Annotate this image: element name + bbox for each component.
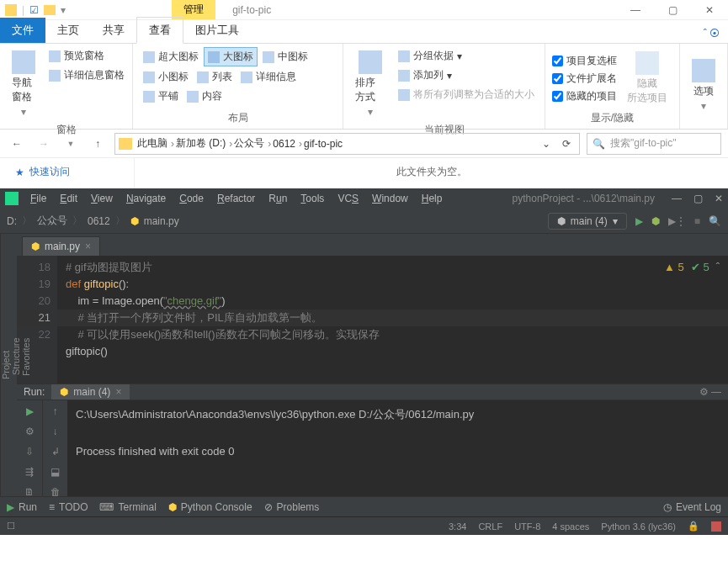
crumb-3[interactable]: 0612 bbox=[273, 138, 295, 150]
nav-tree[interactable]: ★快速访问 bbox=[0, 158, 135, 188]
tab-home[interactable]: 主页 bbox=[45, 18, 91, 43]
tool-strip-left[interactable]: Project Structure Favorites bbox=[0, 234, 17, 496]
qat-check-icon[interactable]: ☑ bbox=[29, 4, 39, 16]
qat-icon[interactable] bbox=[5, 4, 17, 16]
menu-run[interactable]: Run bbox=[263, 191, 292, 206]
bottom-todo[interactable]: ≡TODO bbox=[49, 501, 88, 513]
status-icon[interactable]: ☐ bbox=[7, 521, 15, 532]
tab-view[interactable]: 查看 bbox=[136, 17, 183, 44]
code-editor[interactable]: 181920 2122 ▲ 5 ✔ 5 ˆ # gif动图提取图片 def gi… bbox=[17, 256, 728, 384]
view-content-button[interactable]: 内容 bbox=[183, 87, 226, 105]
close-tab-icon[interactable]: × bbox=[85, 241, 91, 252]
hide-selected-button[interactable]: 隐藏 所选项目 bbox=[622, 47, 672, 109]
folder-view[interactable]: 此文件夹为空。 bbox=[135, 158, 728, 188]
chevron-icon[interactable]: ˆ bbox=[716, 259, 720, 276]
status-enc[interactable]: UTF-8 bbox=[514, 521, 540, 532]
preview-pane-button[interactable]: 预览窗格 bbox=[45, 47, 128, 65]
path-dropdown-icon[interactable]: ⌄ bbox=[537, 138, 555, 150]
status-eol[interactable]: CRLF bbox=[478, 521, 502, 532]
qat-dropdown-icon[interactable]: ▾ bbox=[61, 4, 66, 16]
menu-code[interactable]: Code bbox=[174, 191, 209, 206]
view-sm-button[interactable]: 小图标 bbox=[140, 68, 192, 86]
ide-crumb-file[interactable]: main.py bbox=[144, 215, 179, 227]
group-by-button[interactable]: 分组依据 ▾ bbox=[395, 47, 538, 65]
ide-crumb-b[interactable]: 0612 bbox=[88, 215, 110, 227]
console-output[interactable]: C:\Users\Administrator\Anaconda3\envs\ly… bbox=[67, 400, 728, 503]
menu-window[interactable]: Window bbox=[367, 191, 413, 206]
chk-hidden-items[interactable]: 隐藏的项目 bbox=[552, 89, 617, 103]
scroll-icon[interactable]: ⬓ bbox=[50, 466, 60, 478]
bottom-run[interactable]: ▶Run bbox=[7, 501, 37, 513]
stop-button[interactable]: ■ bbox=[694, 215, 700, 227]
search-everywhere-button[interactable]: 🔍 bbox=[709, 215, 721, 227]
close-run-tab-icon[interactable]: × bbox=[115, 386, 121, 398]
back-button[interactable]: ← bbox=[7, 134, 27, 154]
status-interpreter[interactable]: Python 3.6 (lyc36) bbox=[601, 521, 676, 532]
run-tab[interactable]: ⬢main (4)× bbox=[51, 384, 130, 400]
sort-button[interactable]: 排序方式▾ bbox=[350, 47, 390, 121]
status-pos[interactable]: 3:34 bbox=[449, 521, 466, 532]
view-details-button[interactable]: 详细信息 bbox=[237, 68, 300, 86]
minimize-button[interactable]: — bbox=[617, 0, 654, 20]
forward-button[interactable]: → bbox=[34, 134, 54, 154]
resize-grip-icon[interactable] bbox=[711, 521, 721, 532]
more-run-button[interactable]: ▶⋮ bbox=[668, 215, 686, 227]
nav-pane-button[interactable]: 导航窗格▾ bbox=[7, 47, 40, 121]
ide-crumb-a[interactable]: 公众号 bbox=[37, 214, 67, 228]
down-arrow-icon[interactable]: ↓ bbox=[53, 426, 58, 437]
tab-share[interactable]: 共享 bbox=[91, 18, 136, 43]
ide-close-button[interactable]: ✕ bbox=[715, 193, 723, 204]
crumb-4[interactable]: gif-to-pic bbox=[304, 138, 343, 150]
bottom-pyconsole[interactable]: ⬢Python Console bbox=[168, 501, 252, 513]
breadcrumb-path[interactable]: 此电脑› 新加卷 (D:)› 公众号› 0612› gif-to-pic ⌄ ⟳ bbox=[114, 133, 580, 155]
menu-edit[interactable]: Edit bbox=[55, 191, 82, 206]
collapse-ribbon-icon[interactable]: ˆ ⦿ bbox=[695, 24, 728, 43]
bottom-problems[interactable]: ⊘Problems bbox=[264, 501, 320, 513]
crumb-2[interactable]: 公众号 bbox=[234, 136, 264, 151]
ide-minimize-button[interactable]: — bbox=[672, 193, 682, 204]
up-arrow-icon[interactable]: ↑ bbox=[53, 405, 58, 417]
run-config-selector[interactable]: ⬢main (4)▾ bbox=[548, 213, 627, 230]
bottom-eventlog[interactable]: ◷Event Log bbox=[663, 501, 721, 513]
checks-badge[interactable]: ✔ 5 bbox=[691, 259, 709, 276]
tool-structure[interactable]: Structure bbox=[11, 239, 21, 474]
qat-folder-icon[interactable] bbox=[44, 5, 56, 15]
details-pane-button[interactable]: 详细信息窗格 bbox=[45, 66, 128, 84]
refresh-button[interactable]: ⟳ bbox=[557, 138, 576, 150]
tool-project[interactable]: Project bbox=[1, 239, 11, 491]
close-button[interactable]: ✕ bbox=[691, 0, 728, 20]
view-tiles-button[interactable]: 平铺 bbox=[140, 87, 182, 105]
view-list-button[interactable]: 列表 bbox=[194, 68, 236, 86]
debug-button[interactable]: ⬢ bbox=[651, 215, 660, 227]
chk-item-checkboxes[interactable]: 项目复选框 bbox=[552, 54, 617, 68]
run-button[interactable]: ▶ bbox=[635, 215, 643, 227]
options-button[interactable]: 选项▾ bbox=[687, 47, 720, 124]
menu-file[interactable]: File bbox=[25, 191, 51, 206]
up-button[interactable]: ↑ bbox=[88, 134, 108, 154]
crumb-0[interactable]: 此电脑 bbox=[137, 136, 167, 151]
view-md-button[interactable]: 中图标 bbox=[259, 47, 311, 66]
ide-maximize-button[interactable]: ▢ bbox=[693, 193, 703, 204]
chk-file-ext[interactable]: 文件扩展名 bbox=[552, 71, 617, 86]
tool-favorites[interactable]: Favorites bbox=[21, 239, 31, 474]
search-input[interactable]: 🔍 搜索"gif-to-pic" bbox=[587, 133, 721, 155]
wrap-icon[interactable]: ↲ bbox=[51, 446, 60, 458]
run-settings-icon[interactable]: ⚙ — bbox=[699, 386, 721, 398]
view-xl-button[interactable]: 超大图标 bbox=[140, 47, 202, 66]
fit-columns-button[interactable]: 将所有列调整为合适的大小 bbox=[395, 86, 538, 103]
bottom-terminal[interactable]: ⌨Terminal bbox=[99, 501, 156, 513]
ide-crumb-root[interactable]: D: bbox=[7, 215, 17, 227]
status-indent[interactable]: 4 spaces bbox=[552, 521, 589, 532]
warnings-badge[interactable]: ▲ 5 bbox=[664, 259, 684, 276]
menu-tools[interactable]: Tools bbox=[295, 191, 329, 206]
menu-view[interactable]: View bbox=[86, 191, 118, 206]
lock-icon[interactable]: 🔒 bbox=[688, 521, 699, 532]
tab-picture-tools[interactable]: 图片工具 bbox=[183, 18, 251, 43]
crumb-1[interactable]: 新加卷 (D:) bbox=[176, 136, 226, 151]
menu-refactor[interactable]: Refactor bbox=[212, 191, 260, 206]
editor-tab[interactable]: ⬢ main.py × bbox=[22, 236, 100, 256]
tab-file[interactable]: 文件 bbox=[0, 18, 45, 43]
quick-access-item[interactable]: ★快速访问 bbox=[15, 165, 119, 179]
maximize-button[interactable]: ▢ bbox=[654, 0, 691, 20]
menu-vcs[interactable]: VCS bbox=[332, 191, 364, 206]
